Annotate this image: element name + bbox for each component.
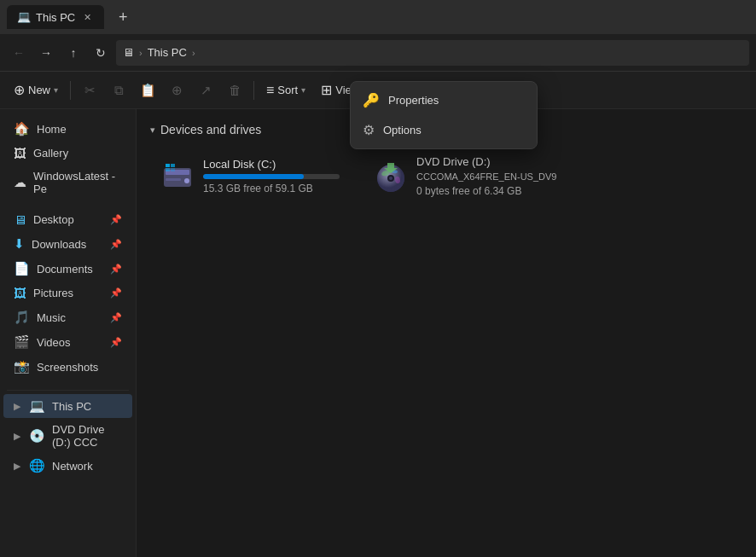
- svg-point-12: [389, 177, 393, 180]
- drive-d-name: DVD Drive (D:): [416, 155, 556, 168]
- svg-rect-5: [166, 164, 170, 167]
- sidebar-item-dvd-drive[interactable]: ▶ 💿 DVD Drive (D:) CCC: [3, 419, 132, 453]
- sidebar-music-label: Music: [37, 311, 103, 324]
- toolbar-sep2: [253, 81, 254, 100]
- sidebar-home-label: Home: [37, 123, 122, 136]
- sort-button[interactable]: ≡ Sort ▾: [259, 77, 312, 104]
- menu-properties-label: Properties: [388, 94, 439, 107]
- drive-c-name: Local Disk (C:): [203, 158, 340, 171]
- sidebar-gallery-label: Gallery: [33, 147, 122, 160]
- sidebar-divider1: [7, 390, 129, 391]
- new-button[interactable]: ⊕ New ▾: [7, 77, 65, 104]
- desktop-pin-icon: 📌: [110, 214, 122, 225]
- sidebar-item-network[interactable]: ▶ 🌐 Network: [3, 454, 132, 478]
- downloads-pin-icon: 📌: [110, 239, 122, 250]
- tab-pc-icon: 💻: [17, 10, 31, 24]
- svg-rect-7: [166, 168, 170, 171]
- network-icon: 🌐: [29, 458, 45, 473]
- share-button[interactable]: ↗: [192, 77, 219, 104]
- sort-chevron: ▾: [301, 85, 305, 95]
- address-view-icon: 🖥: [123, 46, 134, 59]
- sidebar-item-documents[interactable]: 📄 Documents 📌: [3, 257, 132, 281]
- dvd-drive-icon: 💿: [29, 428, 45, 444]
- new-tab-button[interactable]: +: [111, 5, 135, 29]
- sidebar-item-desktop[interactable]: 🖥 Desktop 📌: [3, 208, 132, 231]
- pictures-icon: 🖼: [14, 286, 26, 300]
- dvd-expand-icon: ▶: [14, 431, 20, 442]
- drive-d-free: 0 bytes free of 6.34 GB: [416, 185, 556, 197]
- svg-rect-2: [184, 178, 189, 183]
- sidebar-item-music[interactable]: 🎵 Music 📌: [3, 305, 132, 329]
- copy-button[interactable]: ⧉: [105, 77, 132, 104]
- sidebar-item-downloads[interactable]: ⬇ Downloads 📌: [3, 232, 132, 256]
- drive-local-c[interactable]: Local Disk (C:) 15.3 GB free of 59.1 GB: [150, 147, 350, 206]
- drive-c-icon: [160, 160, 195, 194]
- documents-pin-icon: 📌: [110, 264, 122, 275]
- svg-rect-3: [166, 178, 181, 181]
- music-icon: 🎵: [14, 310, 30, 325]
- menu-item-options[interactable]: ⚙ Options: [351, 115, 537, 145]
- sidebar: 🏠 Home 🖼 Gallery ☁ WindowsLatest - Pe 🖥 …: [0, 109, 137, 557]
- refresh-button[interactable]: ↻: [89, 41, 113, 65]
- sidebar-item-this-pc[interactable]: ▶ 💻 This PC: [3, 394, 132, 418]
- tab-close-button[interactable]: ✕: [80, 10, 94, 24]
- section-label: Devices and drives: [160, 123, 261, 136]
- address-bar[interactable]: 🖥 › This PC ›: [116, 40, 749, 66]
- drive-c-progress-fill: [203, 174, 304, 179]
- options-icon: ⚙: [363, 122, 375, 138]
- downloads-icon: ⬇: [14, 236, 25, 252]
- sidebar-item-screenshots[interactable]: 📸 Screenshots: [3, 355, 132, 379]
- address-sep1: ›: [139, 48, 142, 58]
- drive-d-subtitle: CCCOMA_X64FRE_EN-US_DV9: [416, 171, 556, 182]
- videos-pin-icon: 📌: [110, 337, 122, 348]
- menu-item-properties[interactable]: 🔑 Properties: [351, 85, 537, 115]
- cloud-icon: ☁: [14, 175, 26, 190]
- home-icon: 🏠: [14, 121, 30, 136]
- drive-dvd-d[interactable]: DVD Drive (D:) CCCOMA_X64FRE_EN-US_DV9 0…: [363, 147, 567, 206]
- documents-icon: 📄: [14, 261, 30, 276]
- svg-rect-8: [171, 168, 175, 171]
- context-menu: 🔑 Properties ⚙ Options: [350, 81, 538, 149]
- this-pc-expand-icon: ▶: [14, 401, 20, 412]
- network-expand-icon: ▶: [14, 461, 20, 472]
- drive-c-progress-bar: [203, 174, 340, 179]
- drive-d-icon: [374, 160, 408, 194]
- sidebar-item-pictures[interactable]: 🖼 Pictures 📌: [3, 281, 132, 305]
- view-icon: ⊞: [321, 82, 332, 98]
- delete-button[interactable]: 🗑: [221, 77, 248, 104]
- cut-button[interactable]: ✂: [76, 77, 103, 104]
- toolbar-sep1: [70, 81, 71, 100]
- paste-button[interactable]: 📋: [134, 77, 161, 104]
- main-layout: 🏠 Home 🖼 Gallery ☁ WindowsLatest - Pe 🖥 …: [0, 109, 756, 557]
- up-button[interactable]: ↑: [61, 41, 85, 65]
- tab-label: This PC: [36, 11, 75, 24]
- new-label: New: [28, 84, 50, 96]
- copy2-button[interactable]: ⊕: [163, 77, 190, 104]
- navigation-bar: ← → ↑ ↻ 🖥 › This PC ›: [0, 34, 756, 72]
- sidebar-item-videos[interactable]: 🎬 Videos 📌: [3, 330, 132, 354]
- sidebar-downloads-label: Downloads: [32, 238, 103, 251]
- sidebar-item-home[interactable]: 🏠 Home: [3, 117, 132, 141]
- forward-button[interactable]: →: [34, 41, 58, 65]
- sidebar-dvd-label: DVD Drive (D:) CCC: [52, 423, 122, 449]
- properties-icon: 🔑: [363, 92, 380, 108]
- content-area: ▾ Devices and drives: [137, 109, 756, 557]
- desktop-icon: 🖥: [14, 212, 26, 227]
- screenshots-icon: 📸: [14, 359, 30, 374]
- tab-this-pc[interactable]: 💻 This PC ✕: [7, 5, 104, 29]
- address-breadcrumb: This PC: [148, 46, 187, 59]
- sidebar-spacer1: [0, 200, 136, 207]
- sidebar-pictures-label: Pictures: [33, 287, 103, 299]
- new-chevron: ▾: [54, 85, 58, 95]
- back-button[interactable]: ←: [7, 41, 31, 65]
- drives-grid: Local Disk (C:) 15.3 GB free of 59.1 GB: [150, 147, 742, 206]
- videos-icon: 🎬: [14, 334, 30, 350]
- sidebar-item-gallery[interactable]: 🖼 Gallery: [3, 142, 132, 165]
- this-pc-icon: 💻: [29, 398, 45, 414]
- sidebar-item-windowslatest[interactable]: ☁ WindowsLatest - Pe: [3, 165, 132, 200]
- gallery-icon: 🖼: [14, 146, 26, 160]
- address-sep2: ›: [192, 48, 195, 58]
- sidebar-documents-label: Documents: [37, 263, 103, 276]
- drive-d-info: DVD Drive (D:) CCCOMA_X64FRE_EN-US_DV9 0…: [416, 155, 556, 197]
- sidebar-spacer2: [0, 380, 136, 386]
